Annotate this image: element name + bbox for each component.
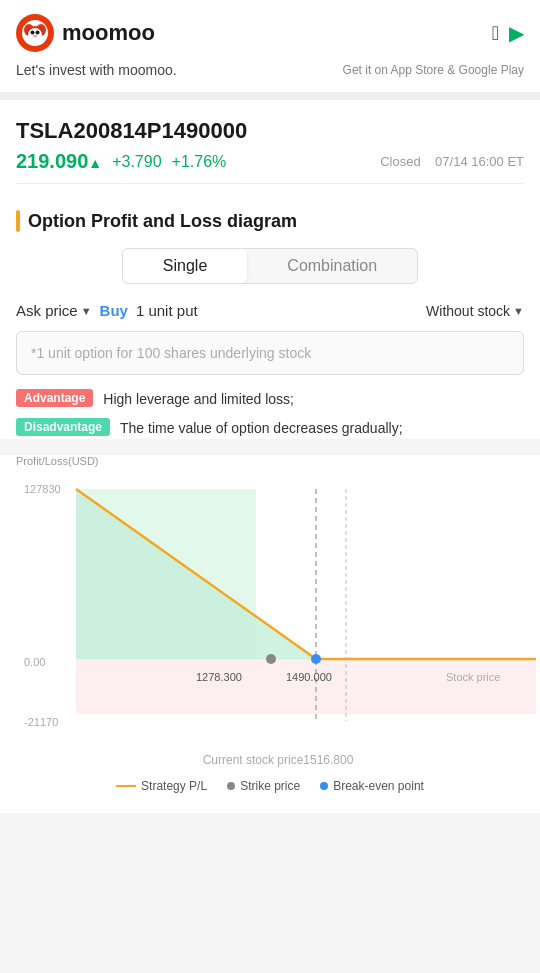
svg-rect-15 (76, 659, 536, 714)
tab-combination[interactable]: Combination (247, 249, 417, 283)
stock-ticker: TSLA200814P1490000 (16, 118, 524, 144)
svg-point-8 (31, 31, 35, 35)
x-strike-label: 1490.000 (286, 671, 332, 683)
strategy-pl-line-icon (116, 785, 136, 787)
y-max-label: 127830 (24, 483, 61, 495)
tagline-bar: Let's invest with moomoo. Get it on App … (0, 62, 540, 92)
section-title-row: Option Profit and Loss diagram (16, 210, 524, 232)
price-pct: +1.76% (172, 153, 227, 171)
svg-point-10 (33, 35, 37, 37)
tab-single[interactable]: Single (123, 249, 247, 283)
stock-divider (16, 183, 524, 184)
header-icons:  ▶ (492, 21, 524, 45)
price-value: 219.090 (16, 150, 88, 172)
price-change: +3.790 (112, 153, 161, 171)
advantage-row: Advantage High leverage and limited loss… (16, 389, 524, 410)
legend-strategy-pl: Strategy P/L (116, 779, 207, 793)
legend-breakeven-label: Break-even point (333, 779, 424, 793)
stock-price-row: 219.090▲ +3.790 +1.76% Closed 07/14 16:0… (16, 150, 524, 173)
breakeven-dot (311, 654, 321, 664)
chart-area: Profit/Loss(USD) 127830 0.00 -21170 (0, 455, 540, 813)
svg-point-9 (36, 31, 40, 35)
unit-text: 1 unit put (136, 302, 198, 319)
x-breakeven-label: 1278.300 (196, 671, 242, 683)
stock-price: 219.090▲ (16, 150, 102, 173)
moomoo-logo-icon (16, 14, 54, 52)
google-play-icon[interactable]: ▶ (509, 21, 524, 45)
section-title: Option Profit and Loss diagram (28, 211, 297, 232)
price-info: 219.090▲ +3.790 +1.76% (16, 150, 226, 173)
stock-section: TSLA200814P1490000 219.090▲ +3.790 +1.76… (0, 100, 540, 194)
ask-price-dropdown[interactable]: Ask price ▼ (16, 302, 92, 319)
orange-accent-bar (16, 210, 20, 232)
strike-price-dot (266, 654, 276, 664)
without-stock-label: Without stock (426, 303, 510, 319)
advantage-text: High leverage and limited loss; (103, 389, 294, 410)
status-badge: Closed (380, 154, 420, 169)
legend-strike-price-label: Strike price (240, 779, 300, 793)
logo-text: moomoo (62, 20, 155, 46)
info-box: *1 unit option for 100 shares underlying… (16, 331, 524, 375)
without-stock-arrow-icon: ▼ (513, 305, 524, 317)
y-min-label: -21170 (24, 716, 58, 728)
ask-price-label: Ask price (16, 302, 78, 319)
strike-price-dot-icon (227, 782, 235, 790)
chart-y-label: Profit/Loss(USD) (16, 455, 540, 467)
disadvantage-text: The time value of option decreases gradu… (120, 418, 403, 439)
legend-strike-price: Strike price (227, 779, 300, 793)
pnl-section: Option Profit and Loss diagram Single Co… (0, 194, 540, 439)
left-controls: Ask price ▼ Buy 1 unit put (16, 302, 198, 319)
y-zero-label: 0.00 (24, 656, 45, 668)
current-price-label: Current stock price1516.800 (16, 753, 540, 767)
tab-row: Single Combination (16, 248, 524, 284)
right-controls[interactable]: Without stock ▼ (426, 303, 524, 319)
closed-info: Closed 07/14 16:00 ET (380, 154, 524, 169)
disadvantage-row: Disadvantage The time value of option de… (16, 418, 524, 439)
pnl-chart-svg: 127830 0.00 -21170 1278.300 1490.000 (16, 471, 540, 751)
without-stock-dropdown[interactable]: Without stock ▼ (426, 303, 524, 319)
buy-label: Buy (100, 302, 128, 319)
chart-wrapper: 127830 0.00 -21170 1278.300 1490.000 (16, 471, 540, 751)
tags-row: Advantage High leverage and limited loss… (16, 389, 524, 439)
info-text: *1 unit option for 100 shares underlying… (31, 345, 311, 361)
price-arrow-icon: ▲ (88, 155, 102, 171)
apple-icon[interactable]:  (492, 22, 499, 45)
controls-row: Ask price ▼ Buy 1 unit put Without stock… (16, 302, 524, 319)
x-stock-price-label: Stock price (446, 671, 500, 683)
header: moomoo  ▶ (0, 0, 540, 62)
breakeven-dot-icon (320, 782, 328, 790)
tagline: Let's invest with moomoo. (16, 62, 177, 78)
legend-breakeven: Break-even point (320, 779, 424, 793)
legend-row: Strategy P/L Strike price Break-even poi… (0, 767, 540, 797)
advantage-tag: Advantage (16, 389, 93, 407)
section-divider-1 (0, 92, 540, 100)
legend-strategy-pl-label: Strategy P/L (141, 779, 207, 793)
logo-area: moomoo (16, 14, 155, 52)
timestamp: 07/14 16:00 ET (435, 154, 524, 169)
store-link: Get it on App Store & Google Play (343, 63, 524, 77)
tab-container: Single Combination (122, 248, 418, 284)
disadvantage-tag: Disadvantage (16, 418, 110, 436)
ask-price-arrow-icon: ▼ (81, 305, 92, 317)
